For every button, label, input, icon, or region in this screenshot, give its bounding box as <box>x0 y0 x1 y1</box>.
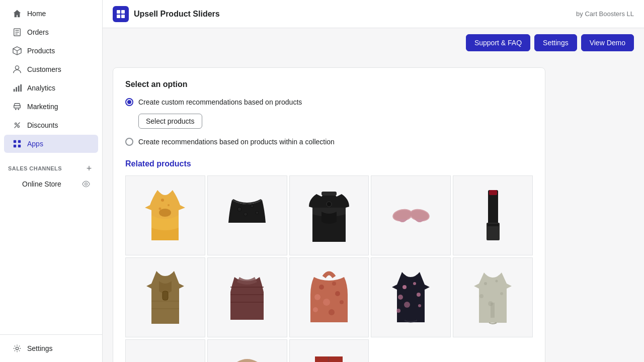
product-img-7 <box>212 262 283 333</box>
svg-rect-17 <box>14 140 16 143</box>
product-img-9 <box>375 262 446 333</box>
topbar: Upsell Product Sliders by Cart Boosters … <box>103 0 644 28</box>
sidebar-item-orders[interactable]: Orders <box>4 23 98 41</box>
sidebar-item-analytics[interactable]: Analytics <box>4 79 98 97</box>
product-cell-1[interactable] <box>125 175 205 255</box>
product-img-2 <box>212 180 283 251</box>
svg-point-54 <box>335 291 340 296</box>
sidebar-item-products[interactable]: Products <box>4 42 98 60</box>
svg-point-30 <box>159 208 162 210</box>
product-img-1 <box>130 180 201 251</box>
product-cell-7[interactable] <box>207 257 287 337</box>
product-cell-3[interactable] <box>289 175 369 255</box>
sidebar-item-apps[interactable]: Apps <box>4 135 98 153</box>
sidebar-item-home[interactable]: Home <box>4 5 98 23</box>
sidebar-products-label: Products <box>27 47 55 55</box>
svg-point-27 <box>159 209 171 217</box>
svg-point-64 <box>418 304 421 307</box>
product-img-4 <box>375 180 446 251</box>
option1-label: Create custom recommendations based on p… <box>138 97 302 108</box>
product-cell-12[interactable] <box>207 339 287 362</box>
settings-button[interactable]: Settings <box>534 34 577 51</box>
discounts-icon <box>12 120 22 130</box>
svg-point-28 <box>161 199 164 202</box>
product-img-3 <box>293 180 364 251</box>
orders-icon <box>12 27 22 37</box>
svg-point-55 <box>323 299 330 306</box>
svg-rect-25 <box>117 15 120 18</box>
svg-point-58 <box>329 309 335 315</box>
product-img-6 <box>130 262 201 333</box>
product-cell-2[interactable] <box>207 175 287 255</box>
svg-point-59 <box>403 285 407 289</box>
product-cell-10[interactable] <box>453 257 533 337</box>
product-cell-13[interactable] <box>289 339 369 362</box>
option2-radio[interactable] <box>125 138 133 146</box>
svg-point-34 <box>256 211 259 214</box>
option1-row: Create custom recommendations based on p… <box>125 97 533 108</box>
svg-point-7 <box>15 66 19 69</box>
svg-point-62 <box>417 293 421 297</box>
option1-radio[interactable] <box>125 98 133 106</box>
add-sales-channel-button[interactable]: + <box>84 163 94 173</box>
app-title: Upsell Product Sliders <box>134 10 220 19</box>
by-text: by Cart Boosters LL <box>576 10 634 18</box>
product-img-13 <box>293 343 364 362</box>
svg-point-15 <box>18 126 20 128</box>
support-faq-button[interactable]: Support & FAQ <box>466 34 530 51</box>
product-cell-4[interactable] <box>371 175 451 255</box>
product-img-5 <box>457 180 528 251</box>
sidebar-discounts-label: Discounts <box>27 121 58 129</box>
svg-point-21 <box>85 183 88 186</box>
product-cell-6[interactable] <box>125 257 205 337</box>
sidebar-orders-label: Orders <box>27 28 49 36</box>
products-grid <box>125 175 533 362</box>
products-icon <box>12 46 22 56</box>
svg-line-6 <box>17 49 21 51</box>
analytics-icon <box>12 83 22 93</box>
svg-rect-42 <box>489 190 497 195</box>
online-store-label: Online Store <box>22 180 61 188</box>
svg-rect-19 <box>14 145 16 147</box>
svg-point-63 <box>404 302 410 308</box>
svg-rect-8 <box>14 89 15 92</box>
eye-icon <box>82 180 90 188</box>
svg-point-14 <box>15 123 17 125</box>
svg-point-13 <box>18 109 19 110</box>
product-img-10 <box>457 262 528 333</box>
product-cell-5[interactable] <box>453 175 533 255</box>
svg-point-22 <box>16 347 18 349</box>
sidebar-apps-label: Apps <box>27 140 43 148</box>
product-cell-11[interactable] <box>125 339 205 362</box>
svg-point-36 <box>327 202 332 207</box>
select-products-button[interactable]: Select products <box>138 114 202 129</box>
svg-point-53 <box>314 294 320 300</box>
sidebar-home-label: Home <box>27 10 46 18</box>
svg-rect-10 <box>18 86 20 92</box>
option2-row: Create recommendations based on products… <box>125 137 533 147</box>
product-cell-8[interactable] <box>289 257 369 337</box>
sidebar-customers-label: Customers <box>27 65 61 73</box>
svg-rect-26 <box>121 15 125 18</box>
sidebar-item-settings[interactable]: Settings <box>4 339 98 357</box>
svg-point-67 <box>496 280 498 282</box>
product-img-11 <box>130 343 201 362</box>
sidebar-item-discounts[interactable]: Discounts <box>4 116 98 134</box>
svg-point-69 <box>500 292 503 295</box>
sidebar-item-marketing[interactable]: Marketing <box>4 98 98 116</box>
view-demo-button[interactable]: View Demo <box>581 34 634 51</box>
home-icon <box>12 9 22 19</box>
select-option-title: Select an option <box>125 80 533 89</box>
svg-rect-45 <box>163 291 168 300</box>
sidebar: Home Orders Products Customers Analytics <box>0 0 103 362</box>
product-img-12 <box>212 343 283 362</box>
option2-label: Create recommendations based on products… <box>138 137 335 147</box>
svg-rect-18 <box>18 140 21 143</box>
settings-label: Settings <box>27 344 53 352</box>
related-products-title: Related products <box>125 159 533 168</box>
svg-point-29 <box>168 204 170 206</box>
sidebar-item-customers[interactable]: Customers <box>4 60 98 78</box>
product-cell-9[interactable] <box>371 257 451 337</box>
svg-point-68 <box>479 294 484 298</box>
sidebar-item-online-store[interactable]: Online Store <box>4 176 98 192</box>
